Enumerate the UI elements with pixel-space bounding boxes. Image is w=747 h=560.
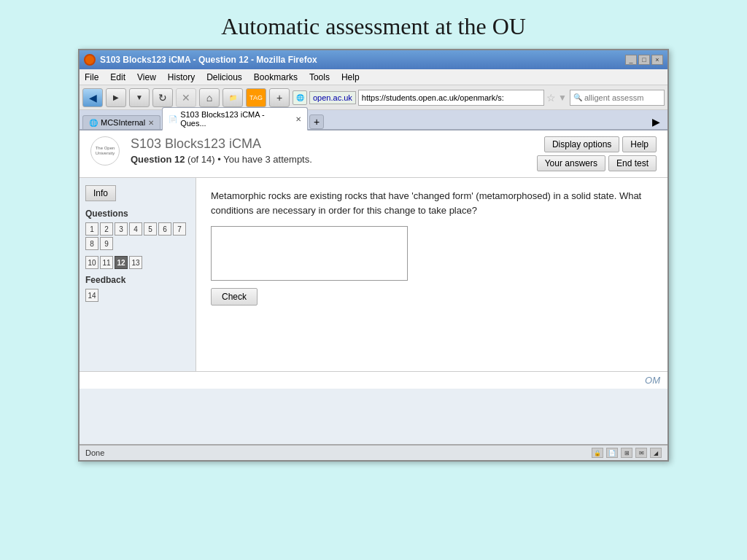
menu-history[interactable]: History (166, 71, 197, 83)
question-number: 12 (174, 154, 185, 165)
browser-tabs: 🌐 MCSInternal ✕ 📄 S103 Blocks123 iCMA - … (80, 110, 667, 131)
om-btn-row-bottom: Your answers End test (537, 155, 657, 171)
tab-close-icon-2[interactable]: ✕ (295, 115, 301, 123)
q-num-6[interactable]: 6 (158, 222, 171, 236)
back-button[interactable]: ◀ (82, 88, 103, 107)
tab-scroll-right[interactable]: ▶ (648, 114, 665, 129)
address-bar-group: 🌐 open.ac.uk ☆ ▼ (293, 90, 567, 106)
page-icon: 📄 (606, 448, 618, 458)
menu-delicious[interactable]: Delicious (204, 71, 244, 83)
om-assessment-title: S103 Blocks123 iCMA (131, 136, 526, 152)
questions-section-title: Questions (85, 209, 190, 219)
browser-window: S103 Blocks123 iCMA - Question 12 - Mozi… (78, 49, 669, 462)
titlebar-buttons: _ □ × (625, 55, 663, 65)
browser-title: S103 Blocks123 iCMA - Question 12 - Mozi… (100, 55, 317, 65)
menu-file[interactable]: File (82, 71, 101, 83)
feedback-section-title: Feedback (85, 275, 190, 285)
q-num-4[interactable]: 4 (129, 222, 142, 236)
q-num-1[interactable]: 1 (85, 222, 98, 236)
tab-mcsinternal[interactable]: 🌐 MCSInternal ✕ (82, 115, 160, 129)
star-icon: ☆ (546, 92, 556, 104)
q-num-3[interactable]: 3 (115, 222, 128, 236)
tab-label: MCSInternal (101, 118, 145, 127)
browser-content: The Open University S103 Blocks123 iCMA … (80, 131, 667, 444)
maximize-button[interactable]: □ (638, 55, 650, 65)
address-favicon: 🌐 (293, 90, 307, 105)
om-buttons: Display options Help Your answers End te… (537, 136, 657, 171)
minimize-button[interactable]: _ (625, 55, 637, 65)
close-button[interactable]: × (651, 55, 663, 65)
display-options-button[interactable]: Display options (544, 136, 619, 152)
om-logo-area: The Open University (90, 136, 120, 166)
tab-close-icon[interactable]: ✕ (148, 119, 154, 127)
browser-navbar: ◀ ▶ ▼ ↻ ✕ ⌂ 📁 TAG + 🌐 open.ac.uk ☆ ▼ 🔍 (80, 85, 667, 110)
end-test-button[interactable]: End test (608, 155, 657, 171)
status-text: Done (85, 448, 104, 457)
q-num-7[interactable]: 7 (173, 222, 186, 236)
address-go-icon: ▼ (558, 93, 567, 103)
tab-favicon-2: 📄 (169, 115, 177, 123)
om-btn-row-top: Display options Help (544, 136, 657, 152)
menu-help[interactable]: Help (339, 71, 362, 83)
feedback-section: Feedback 14 (85, 275, 190, 302)
page-title: Automatic assessment at the OU (0, 0, 747, 49)
question-label: Question (131, 154, 171, 165)
om-body: Info Questions 1 2 3 4 5 6 7 8 9 10 11 (80, 178, 667, 371)
browser-titlebar: S103 Blocks123 iCMA - Question 12 - Mozi… (80, 50, 667, 69)
answer-textarea[interactable] (211, 226, 408, 281)
add-bookmark-button[interactable]: + (269, 88, 290, 107)
question-meta: (of 14) • You have 3 attempts. (187, 154, 312, 165)
q-num-10[interactable]: 10 (85, 256, 98, 269)
tab-label-2: S103 Blocks123 iCMA - Ques... (180, 110, 293, 128)
q-num-2[interactable]: 2 (100, 222, 113, 236)
q-num-11[interactable]: 11 (100, 256, 113, 269)
question-numbers-row2: 10 11 12 13 (85, 256, 190, 269)
q-num-9[interactable]: 9 (100, 237, 113, 250)
forward-button[interactable]: ▶ (106, 88, 126, 107)
statusbar-icons: 🔒 📄 ⊞ ✉ ◢ (592, 448, 662, 458)
om-header: The Open University S103 Blocks123 iCMA … (80, 131, 667, 178)
f-num-14[interactable]: 14 (85, 289, 98, 302)
menu-edit[interactable]: Edit (108, 71, 128, 83)
search-engine-icon: 🔍 (573, 93, 582, 101)
tag-button[interactable]: TAG (246, 88, 266, 107)
dropdown-button[interactable]: ▼ (129, 88, 150, 107)
firefox-icon (84, 54, 96, 66)
feedback-numbers: 14 (85, 289, 190, 302)
ou-logo: The Open University (90, 136, 120, 166)
menu-bookmarks[interactable]: Bookmarks (252, 71, 300, 83)
your-answers-button[interactable]: Your answers (537, 155, 605, 171)
browser-statusbar: Done 🔒 📄 ⊞ ✉ ◢ (80, 444, 667, 460)
home-button[interactable]: ⌂ (199, 88, 220, 107)
mail-icon: ✉ (635, 448, 647, 458)
menu-view[interactable]: View (135, 71, 158, 83)
q-num-8[interactable]: 8 (85, 237, 98, 250)
question-numbers: 1 2 3 4 5 6 7 8 9 (85, 222, 190, 250)
search-bar: 🔍 (570, 90, 665, 106)
om-watermark: OM (80, 372, 667, 389)
lock-icon: 🔒 (592, 448, 603, 458)
om-main: Metamorphic rocks are existing rocks tha… (196, 178, 667, 371)
q-num-5[interactable]: 5 (144, 222, 157, 236)
bookmarks-button[interactable]: 📁 (222, 88, 243, 107)
ou-logo-text: The Open University (91, 146, 119, 155)
tab-openmark[interactable]: 📄 S103 Blocks123 iCMA - Ques... ✕ (162, 107, 308, 131)
help-button[interactable]: Help (622, 136, 657, 152)
info-button[interactable]: Info (85, 185, 116, 201)
q-num-12[interactable]: 12 (115, 256, 128, 269)
om-result-area: OM (80, 371, 667, 444)
om-title-area: S103 Blocks123 iCMA Question 12 (of 14) … (120, 136, 537, 165)
tab-favicon: 🌐 (89, 119, 98, 127)
browser-menubar: File Edit View History Delicious Bookmar… (80, 69, 667, 85)
grid-icon: ⊞ (621, 448, 632, 458)
search-input[interactable] (584, 93, 657, 102)
question-text: Metamorphic rocks are existing rocks tha… (211, 189, 653, 217)
check-button[interactable]: Check (211, 288, 258, 306)
menu-tools[interactable]: Tools (307, 71, 332, 83)
new-tab-button[interactable]: + (309, 114, 324, 129)
address-input[interactable] (358, 90, 544, 106)
address-domain: open.ac.uk (309, 91, 356, 104)
q-num-13[interactable]: 13 (129, 256, 142, 269)
stop-button[interactable]: ✕ (176, 88, 196, 107)
reload-button[interactable]: ↻ (152, 88, 173, 107)
